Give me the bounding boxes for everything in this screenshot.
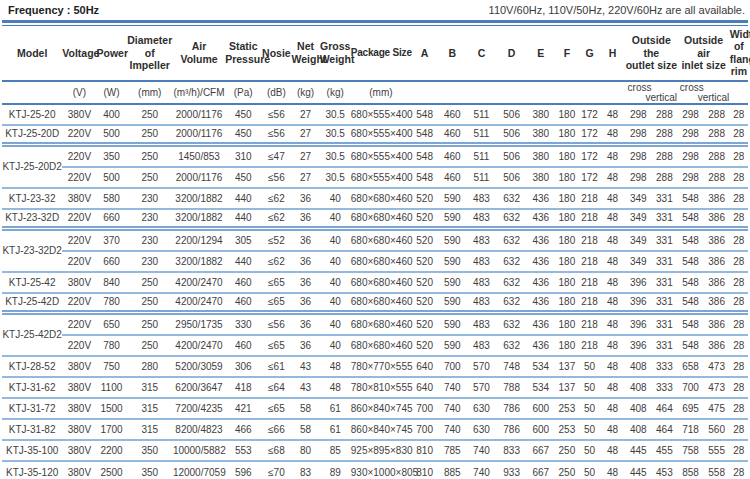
data-cell: 315: [127, 378, 173, 399]
data-cell: 455: [651, 441, 677, 462]
data-cell: 860×840×745: [351, 420, 411, 441]
data-cell: 440: [225, 189, 261, 210]
data-cell: 408: [625, 357, 651, 378]
col-header-dim-e: E: [527, 26, 555, 82]
model-cell: KTJ-25-42D: [2, 294, 62, 315]
data-cell: 10000/5882: [173, 441, 225, 462]
data-cell: 632: [497, 210, 527, 231]
data-cell: 218: [579, 210, 600, 231]
data-cell: 36: [291, 315, 319, 336]
data-cell: 349: [625, 231, 651, 252]
data-cell: 28: [730, 189, 748, 210]
data-cell: 250: [127, 336, 173, 357]
data-cell: 48: [600, 378, 625, 399]
data-cell: 48: [600, 147, 625, 168]
col-header-air-volume: Air Volume: [173, 26, 225, 82]
data-cell: ≤65: [261, 336, 291, 357]
data-cell: 253: [555, 399, 579, 420]
data-cell: 440: [225, 252, 261, 273]
data-cell: 30.5: [320, 126, 351, 147]
data-cell: 680×680×460: [351, 273, 411, 294]
model-cell: KTJ-23-32: [2, 189, 62, 210]
data-cell: 785: [438, 441, 466, 462]
unit-static-pressure: (Pa): [225, 82, 261, 105]
data-cell: 650: [96, 315, 126, 336]
data-cell: 780×770×555: [351, 357, 411, 378]
data-cell: 50: [579, 357, 600, 378]
col-header-dim-g: G: [579, 26, 600, 82]
data-cell: 483: [466, 273, 496, 294]
data-cell: 380V: [62, 420, 96, 441]
data-cell: 220V: [62, 231, 96, 252]
unit-voltage: (V): [62, 82, 96, 105]
data-cell: 640: [411, 378, 438, 399]
data-cell: 220V: [62, 315, 96, 336]
data-cell: 36: [291, 294, 319, 315]
data-cell: 380: [527, 147, 555, 168]
data-cell: 350: [127, 441, 173, 462]
data-cell: 460: [438, 126, 466, 147]
data-cell: 596: [225, 462, 261, 479]
unit-air-volume: (m³/h)/CFM: [173, 82, 225, 105]
data-cell: 630: [466, 420, 496, 441]
data-cell: 48: [600, 126, 625, 147]
data-cell: 28: [730, 378, 748, 399]
data-cell: 218: [579, 252, 600, 273]
data-cell: 48: [320, 378, 351, 399]
data-cell: 2500: [96, 462, 126, 479]
data-cell: 28: [730, 315, 748, 336]
col-header-inlet-size: Outside air inlet size: [677, 26, 729, 82]
col-header-voltage: Voltage: [62, 26, 96, 82]
data-cell: 48: [600, 252, 625, 273]
data-cell: 48: [600, 336, 625, 357]
data-cell: 250: [555, 441, 579, 462]
data-cell: 48: [600, 294, 625, 315]
data-cell: 386: [704, 210, 730, 231]
unit-power: (W): [96, 82, 126, 105]
data-cell: 48: [320, 357, 351, 378]
data-cell: 408: [625, 399, 651, 420]
data-cell: 172: [579, 147, 600, 168]
data-cell: ≤70: [261, 462, 291, 479]
data-cell: 331: [651, 189, 677, 210]
data-cell: 460: [438, 147, 466, 168]
data-cell: ≤61: [261, 357, 291, 378]
data-cell: 700: [438, 357, 466, 378]
data-cell: 36: [291, 273, 319, 294]
data-cell: 58: [291, 420, 319, 441]
data-cell: 50: [579, 441, 600, 462]
data-cell: 48: [600, 273, 625, 294]
data-cell: 333: [651, 378, 677, 399]
data-cell: 548: [677, 231, 703, 252]
data-cell: 386: [704, 231, 730, 252]
data-cell: 396: [625, 315, 651, 336]
data-cell: 632: [497, 231, 527, 252]
table-row: KTJ-35-120380V250035012000/7059596≤70838…: [2, 462, 748, 479]
data-cell: 930×1000×805: [351, 462, 411, 479]
data-cell: 445: [625, 462, 651, 479]
data-cell: 632: [497, 336, 527, 357]
data-cell: 30.5: [320, 168, 351, 189]
data-cell: 48: [600, 231, 625, 252]
data-cell: 534: [527, 357, 555, 378]
data-cell: 436: [527, 231, 555, 252]
table-row: KTJ-31-72380V15003157200/4235421≤6558618…: [2, 399, 748, 420]
data-cell: 137: [555, 378, 579, 399]
data-cell: ≤56: [261, 126, 291, 147]
data-cell: 408: [625, 420, 651, 441]
table-row: 220V6602303200/1882440≤623640680×680×460…: [2, 252, 748, 273]
data-cell: 36: [291, 252, 319, 273]
data-cell: 740: [438, 420, 466, 441]
data-cell: 28: [730, 399, 748, 420]
data-cell: 590: [438, 294, 466, 315]
data-cell: 220V: [62, 336, 96, 357]
data-cell: 460: [438, 168, 466, 189]
data-cell: 810: [411, 441, 438, 462]
data-cell: 3200/1882: [173, 210, 225, 231]
data-cell: 40: [320, 252, 351, 273]
data-cell: 680×555×400: [351, 147, 411, 168]
unit-diameter: (mm): [127, 82, 173, 105]
data-cell: 483: [466, 189, 496, 210]
top-bar: Frequency : 50Hz 110V/60Hz, 110V/50Hz, 2…: [0, 0, 750, 20]
data-cell: 1450/853: [173, 147, 225, 168]
